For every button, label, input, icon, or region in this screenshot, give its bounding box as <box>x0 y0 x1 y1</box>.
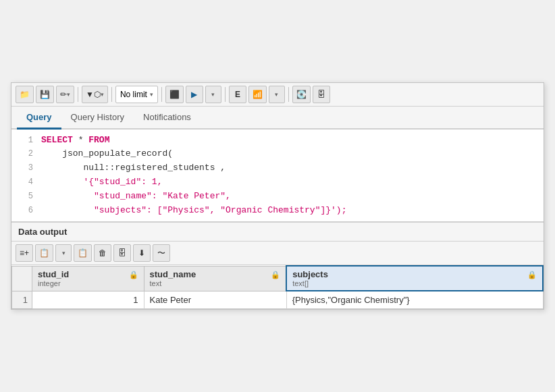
code-line-1: 1 SELECT * FROM <box>11 134 544 148</box>
code-content-1: SELECT * FROM <box>41 134 538 148</box>
chart-dropdown[interactable]: ▾ <box>269 86 285 103</box>
code-content-6: "subjects": ["Physics", "Organic Chemist… <box>41 204 538 218</box>
limit-dropdown[interactable]: No limit ▾ <box>115 86 158 103</box>
cell-stud-name: Kate Peter <box>144 291 286 309</box>
keyword-select: SELECT <box>41 135 73 145</box>
paste-btn[interactable]: 📋 <box>74 244 92 262</box>
copy-btn[interactable]: 📋 <box>35 244 53 262</box>
code-line-2: 2 json_populate_record( <box>11 147 544 161</box>
separator-4 <box>225 87 226 102</box>
code-line-5: 5 "stud_name": "Kate Peter", <box>11 190 544 204</box>
col-name-stud-id: stud_id <box>38 269 69 279</box>
col-header-stud-id: stud_id integer 🔒 <box>32 266 144 291</box>
separator-1 <box>78 87 78 102</box>
tab-query-history[interactable]: Query History <box>61 107 134 130</box>
graph-btn[interactable]: 〜 <box>153 244 170 262</box>
line-num-1: 1 <box>17 134 33 147</box>
table-row: 1 1 Kate Peter {Physics,"Organic Chemist… <box>12 291 544 309</box>
data-toolbar: ≡+ 📋 ▾ 📋 🗑 🗄 ⬇ 〜 <box>11 242 544 265</box>
col-header-subjects: subjects text[] 🔒 <box>286 266 543 291</box>
col-type-subjects: text[] <box>292 279 328 287</box>
table-header-row: stud_id integer 🔒 stud_name text <box>12 266 544 291</box>
line-num-6: 6 <box>17 204 33 217</box>
tabs-bar: Query Query History Notifications <box>11 107 544 130</box>
col-type-stud-id: integer <box>38 279 69 287</box>
code-content-4: '{"stud_id": 1, <box>41 175 538 190</box>
run-btn[interactable]: ▶ <box>186 86 203 103</box>
tab-notifications[interactable]: Notifications <box>134 107 201 130</box>
col-name-stud-name: stud_name <box>150 269 196 279</box>
code-content-5: "stud_name": "Kate Peter", <box>41 190 538 204</box>
run-dropdown[interactable]: ▾ <box>205 86 221 103</box>
limit-chevron: ▾ <box>150 91 153 98</box>
tab-query[interactable]: Query <box>17 107 61 130</box>
open-file-btn[interactable]: 📁 <box>16 86 34 103</box>
separator-2 <box>111 87 112 102</box>
stop-btn[interactable]: ⬛ <box>165 86 184 103</box>
cell-stud-id: 1 <box>32 291 144 309</box>
limit-label: No limit <box>120 90 147 99</box>
copy-dropdown-btn[interactable]: ▾ <box>55 244 72 262</box>
chart-btn[interactable]: 📶 <box>248 86 267 103</box>
col-name-subjects: subjects <box>292 269 328 279</box>
commit-btn[interactable]: 💽 <box>292 86 311 103</box>
cell-subjects: {Physics,"Organic Chemistry"} <box>286 291 543 309</box>
lock-icon-subjects: 🔒 <box>527 271 537 279</box>
save-btn[interactable]: 💾 <box>36 86 54 103</box>
col-type-stud-name: text <box>150 279 196 287</box>
code-line-4: 4 '{"stud_id": 1, <box>11 175 544 190</box>
lock-icon-stud-name: 🔒 <box>271 271 280 279</box>
data-table: stud_id integer 🔒 stud_name text <box>11 265 544 309</box>
main-window: 📁 💾 ✏ ▾ ▼⬡ ▾ No limit ▾ ⬛ ▶ ▾ E 📶 ▾ 💽 🗄 … <box>11 82 544 310</box>
row-num-header <box>12 266 32 291</box>
row-num-1: 1 <box>12 291 32 309</box>
col-header-stud-name: stud_name text 🔒 <box>144 266 286 291</box>
main-toolbar: 📁 💾 ✏ ▾ ▼⬡ ▾ No limit ▾ ⬛ ▶ ▾ E 📶 ▾ 💽 🗄 <box>11 83 544 107</box>
data-output-header: Data output <box>11 223 544 242</box>
filter-btn[interactable]: ▼⬡ ▾ <box>82 86 108 103</box>
code-content-3: null::registered_students , <box>41 161 538 175</box>
keyword-from: FROM <box>88 135 109 145</box>
line-num-2: 2 <box>17 148 33 161</box>
code-content-2: json_populate_record( <box>41 147 538 161</box>
rollback-btn[interactable]: 🗄 <box>313 86 330 103</box>
separator-5 <box>288 87 289 102</box>
delete-btn[interactable]: 🗑 <box>94 244 111 262</box>
explain-btn[interactable]: E <box>229 86 246 103</box>
code-line-3: 3 null::registered_students , <box>11 161 544 175</box>
line-num-4: 4 <box>17 176 33 189</box>
import-btn[interactable]: 🗄 <box>113 244 131 262</box>
add-row-btn[interactable]: ≡+ <box>16 244 33 262</box>
lock-icon-stud-id: 🔒 <box>129 271 138 279</box>
line-num-3: 3 <box>17 162 33 175</box>
query-editor[interactable]: 1 SELECT * FROM 2 json_populate_record( … <box>11 130 544 223</box>
download-btn[interactable]: ⬇ <box>133 244 151 262</box>
edit-btn[interactable]: ✏ ▾ <box>56 86 74 103</box>
separator-3 <box>161 87 162 102</box>
data-table-wrapper: stud_id integer 🔒 stud_name text <box>11 265 544 309</box>
code-line-6: 6 "subjects": ["Physics", "Organic Chemi… <box>11 204 544 218</box>
line-num-5: 5 <box>17 190 33 203</box>
